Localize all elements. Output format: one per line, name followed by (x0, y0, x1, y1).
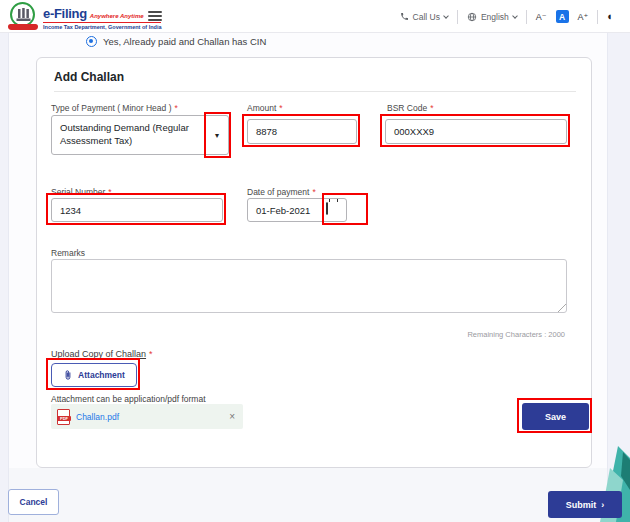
remarks-input[interactable] (51, 259, 567, 313)
date-of-payment-label: Date of payment* (247, 187, 316, 197)
required-asterisk: * (174, 103, 177, 113)
separator (597, 10, 598, 24)
separator (457, 10, 458, 24)
globe-icon (467, 12, 477, 22)
radio-selected[interactable] (86, 36, 97, 47)
brand-subtitle: Income Tax Department, Government of Ind… (43, 22, 161, 30)
lion-capital-icon (13, 7, 34, 25)
required-asterisk: * (312, 187, 315, 197)
serial-number-input[interactable]: 1234 (51, 198, 223, 222)
separator (526, 10, 527, 24)
uploaded-file-name[interactable]: Challan.pdf (76, 412, 223, 422)
uploaded-file-chip: Challan.pdf × (51, 404, 243, 429)
calendar-icon[interactable] (326, 203, 341, 218)
date-value: 01-Feb-2021 (256, 205, 310, 216)
pdf-file-icon (57, 409, 70, 425)
type-of-payment-label: Type of Payment ( Minor Head )* (51, 103, 178, 113)
chevron-down-icon (443, 13, 449, 19)
language-label: English (481, 12, 509, 22)
remarks-label: Remarks (51, 248, 85, 258)
phone-icon (400, 12, 409, 21)
divider (54, 91, 576, 92)
attachment-button-label: Attachment (78, 370, 125, 380)
required-asterisk: * (108, 187, 111, 197)
serial-number-value: 1234 (60, 205, 81, 216)
save-button[interactable]: Save (522, 403, 589, 430)
amount-value: 8878 (256, 126, 277, 137)
call-us-menu[interactable]: Call Us (400, 12, 448, 22)
bsr-code-input[interactable]: 000XXX9 (385, 119, 567, 144)
top-header: e-Filing Anywhere Anytime Income Tax Dep… (0, 0, 630, 33)
efiling-brand[interactable]: e-Filing Anywhere Anytime Income Tax Dep… (43, 6, 161, 30)
card-title: Add Challan (54, 70, 124, 84)
date-of-payment-input[interactable]: 01-Feb-2021 (247, 198, 347, 222)
submit-button[interactable]: Submit › (548, 491, 622, 518)
radio-label: Yes, Already paid and Challan has CIN (103, 36, 266, 47)
chevron-right-icon: › (601, 500, 604, 510)
remaining-characters: Remaining Characters : 2000 (467, 330, 565, 339)
font-increase-button[interactable]: A⁺ (578, 12, 589, 22)
amount-input[interactable]: 8878 (247, 119, 357, 144)
font-decrease-button[interactable]: A⁻ (536, 12, 547, 22)
emblem-ribbon (8, 24, 38, 30)
language-menu[interactable]: English (467, 12, 517, 22)
hamburger-menu-icon[interactable] (148, 11, 162, 22)
required-asterisk: * (149, 349, 153, 359)
cancel-button[interactable]: Cancel (8, 489, 59, 515)
select-value: Outstanding Demand (Regular Assessment T… (52, 122, 228, 148)
brand-slogan: Anywhere Anytime (90, 13, 144, 19)
brand-title: e-Filing (43, 6, 87, 21)
contrast-toggle-icon[interactable]: ◐ (607, 11, 614, 22)
cin-radio-row: Yes, Already paid and Challan has CIN (86, 36, 266, 47)
add-challan-card: Add Challan Type of Payment ( Minor Head… (36, 57, 592, 468)
serial-number-label: Serial Number* (51, 187, 112, 197)
chevron-down-icon (512, 13, 518, 19)
attachment-button[interactable]: Attachment (51, 363, 137, 387)
bsr-code-value: 000XXX9 (394, 126, 434, 137)
amount-label: Amount* (247, 103, 283, 113)
paperclip-icon (63, 370, 73, 380)
call-us-label: Call Us (413, 12, 440, 22)
bsr-code-label: BSR Code* (387, 103, 433, 113)
type-of-payment-select[interactable]: Outstanding Demand (Regular Assessment T… (51, 115, 229, 155)
required-asterisk: * (430, 103, 433, 113)
font-normal-button[interactable]: A (556, 10, 569, 23)
attachment-hint: Attachment can be application/pdf format (51, 394, 206, 404)
page: e-Filing Anywhere Anytime Income Tax Dep… (0, 0, 630, 522)
required-asterisk: * (279, 103, 282, 113)
national-emblem-logo[interactable] (9, 2, 37, 30)
footer-strip (9, 468, 607, 522)
upload-label: Upload Copy of Challan* (51, 349, 153, 359)
dropdown-arrow-icon[interactable]: ▾ (206, 116, 228, 154)
submit-label: Submit (566, 500, 597, 510)
remove-file-icon[interactable]: × (229, 411, 235, 422)
header-actions: Call Us English A⁻ A A⁺ ◐ (400, 0, 614, 33)
